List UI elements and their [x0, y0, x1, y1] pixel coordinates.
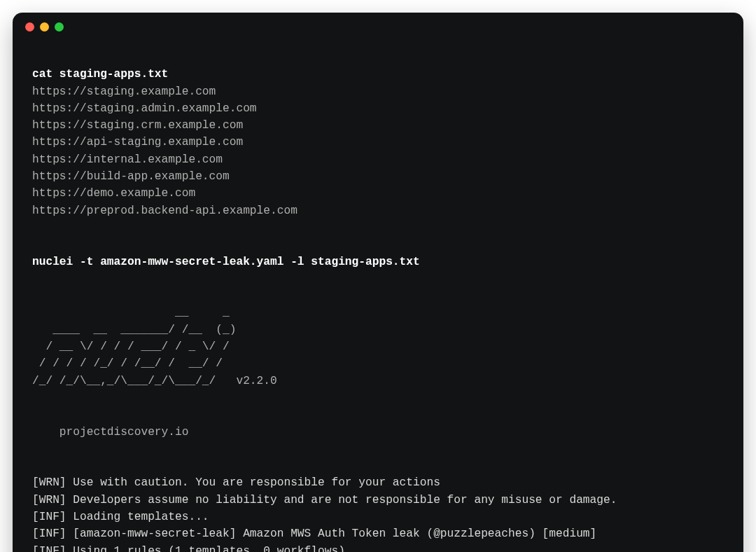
log-line: [INF] Using 1 rules (1 templates, 0 work…	[32, 545, 345, 552]
log-line: [INF] [amazon-mww-secret-leak] Amazon MW…	[32, 527, 596, 540]
terminal-window: cat staging-apps.txt https://staging.exa…	[13, 13, 743, 552]
file-line: https://staging.example.com	[32, 85, 216, 98]
zoom-icon[interactable]	[55, 22, 64, 32]
ascii-banner-line: /_/ /_/\__,_/\___/_/\___/_/ v2.2.0	[32, 375, 277, 387]
log-line: [INF] Loading templates...	[32, 511, 209, 523]
ascii-banner-line: / __ \/ / / / ___/ / _ \/ /	[32, 340, 230, 353]
file-line: https://api-staging.example.com	[32, 136, 243, 149]
minimize-icon[interactable]	[40, 22, 49, 32]
ascii-banner-line: / / / / /_/ / /__/ / __/ /	[32, 357, 223, 370]
titlebar	[13, 13, 743, 41]
file-line: https://internal.example.com	[32, 153, 223, 166]
log-line: [WRN] Developers assume no liability and…	[32, 494, 617, 506]
file-line: https://staging.crm.example.com	[32, 119, 243, 132]
ascii-banner-line: __ _	[32, 306, 230, 319]
close-icon[interactable]	[25, 22, 34, 32]
file-line: https://demo.example.com	[32, 187, 195, 200]
ascii-banner-line: ____ __ _______/ /__ (_)	[32, 324, 236, 336]
file-line: https://build-app.example.com	[32, 170, 230, 183]
file-line: https://staging.admin.example.com	[32, 102, 257, 115]
terminal-output[interactable]: cat staging-apps.txt https://staging.exa…	[13, 41, 743, 552]
log-line: [WRN] Use with caution. You are responsi…	[32, 476, 440, 489]
tagline: projectdiscovery.io	[32, 426, 188, 439]
command-cat: cat staging-apps.txt	[32, 68, 168, 81]
file-line: https://preprod.backend-api.example.com	[32, 205, 298, 217]
command-nuclei: nuclei -t amazon-mww-secret-leak.yaml -l…	[32, 256, 420, 268]
